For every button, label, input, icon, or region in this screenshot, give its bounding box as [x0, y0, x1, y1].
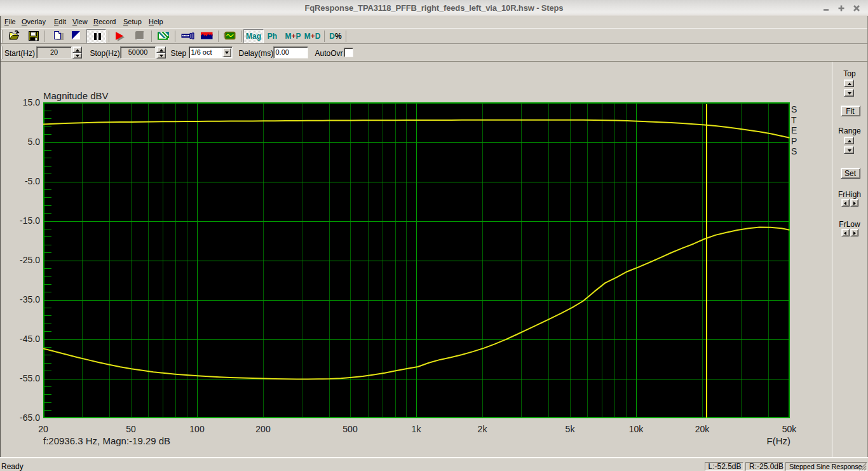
svg-text:-15.0: -15.0	[20, 215, 40, 226]
svg-text:-55.0: -55.0	[20, 373, 40, 383]
svg-text:S: S	[791, 146, 797, 156]
svg-text:5k: 5k	[566, 424, 576, 434]
svg-text:-45.0: -45.0	[20, 334, 40, 344]
svg-text:-25.0: -25.0	[20, 255, 40, 265]
svg-text:F(Hz): F(Hz)	[767, 435, 791, 446]
svg-text:-65.0: -65.0	[20, 413, 40, 423]
svg-text:1k: 1k	[412, 424, 422, 434]
svg-text:-5.0: -5.0	[25, 176, 40, 186]
svg-text:-35.0: -35.0	[20, 294, 40, 304]
svg-text:2k: 2k	[478, 424, 488, 434]
svg-text:50: 50	[126, 424, 136, 434]
svg-text:P: P	[791, 136, 797, 146]
svg-text:E: E	[791, 125, 797, 135]
svg-text:200: 200	[255, 424, 271, 434]
svg-text:S: S	[791, 104, 797, 114]
svg-text:500: 500	[342, 424, 358, 434]
svg-text:50k: 50k	[782, 424, 797, 434]
svg-text:5.0: 5.0	[28, 137, 41, 147]
svg-text:f:20936.3 Hz, Magn:-19.29 dB: f:20936.3 Hz, Magn:-19.29 dB	[43, 435, 170, 446]
svg-text:T: T	[791, 115, 797, 125]
svg-text:20k: 20k	[695, 424, 710, 434]
svg-text:15.0: 15.0	[23, 97, 40, 107]
svg-text:Magnitude dBV: Magnitude dBV	[43, 90, 109, 101]
svg-text:20: 20	[38, 424, 48, 434]
svg-text:10k: 10k	[629, 424, 644, 434]
svg-text:100: 100	[189, 424, 205, 434]
